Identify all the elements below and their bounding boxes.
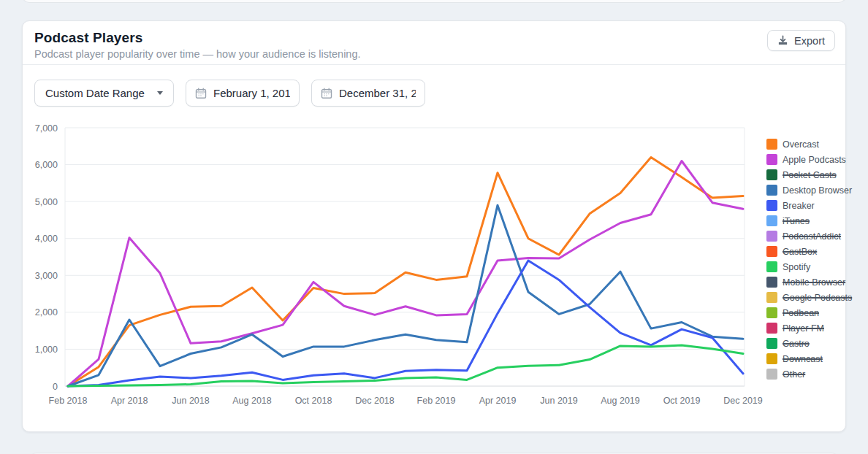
legend-label: Breaker: [783, 201, 815, 211]
export-button[interactable]: Export: [767, 30, 835, 51]
legend-label: Player FM: [783, 323, 824, 334]
y-tick-label: 6,000: [35, 160, 58, 170]
legend-label: Downcast: [783, 354, 823, 364]
legend-item-spotify[interactable]: Spotify: [766, 259, 842, 274]
x-tick-label: Dec 2019: [723, 396, 763, 406]
legend-item-overcast[interactable]: Overcast: [766, 136, 842, 152]
legend-label: Apple Podcasts: [783, 155, 846, 165]
x-tick-label: Feb 2019: [417, 396, 456, 406]
x-tick-label: Apr 2019: [479, 396, 517, 406]
series-line-spotify: [68, 345, 743, 386]
page-subtitle: Podcast player popularity over time — ho…: [34, 48, 361, 60]
x-tick-label: Apr 2018: [111, 396, 148, 406]
legend-swatch: [766, 169, 777, 180]
x-tick-label: Aug 2018: [232, 396, 272, 406]
date-range-select-value: Custom Date Range: [45, 87, 145, 99]
legend-label: Pocket Casts: [783, 170, 837, 180]
legend-label: Google Podcasts: [783, 293, 852, 303]
legend-label: iTunes: [783, 216, 810, 226]
legend-swatch: [766, 338, 777, 349]
legend-swatch: [766, 231, 777, 242]
legend-label: Podbean: [783, 308, 819, 318]
end-date-input[interactable]: December 31, 2: [311, 80, 425, 107]
legend-swatch: [766, 215, 777, 226]
y-tick-label: 2,000: [35, 307, 58, 318]
legend-swatch: [766, 307, 777, 318]
x-tick-label: Jun 2019: [540, 396, 577, 406]
x-tick-label: Jun 2018: [172, 396, 209, 406]
legend-item-apple-podcasts[interactable]: Apple Podcasts: [766, 152, 842, 167]
x-tick-label: Oct 2018: [295, 396, 332, 406]
legend-item-castbox[interactable]: CastBox: [766, 244, 842, 259]
legend-label: Castro: [783, 339, 810, 349]
previous-card-edge: [22, 0, 846, 3]
legend-item-podcastaddict[interactable]: PodcastAddict: [766, 228, 842, 244]
filter-controls: Custom Date Range February 1, 2018 Decem…: [34, 80, 425, 107]
legend-label: Mobile Browser: [783, 277, 845, 288]
chevron-down-icon: [157, 91, 163, 95]
start-date-input[interactable]: February 1, 2018: [186, 80, 300, 107]
legend-swatch: [766, 353, 777, 364]
chart-legend: OvercastApple PodcastsPocket CastsDeskto…: [766, 136, 842, 382]
legend-swatch: [766, 292, 777, 303]
y-tick-label: 5,000: [35, 197, 58, 207]
date-range-select[interactable]: Custom Date Range: [34, 80, 174, 107]
legend-item-mobile-browser[interactable]: Mobile Browser: [766, 274, 842, 290]
legend-swatch: [766, 154, 777, 165]
legend-swatch: [766, 369, 777, 380]
legend-item-castro[interactable]: Castro: [766, 336, 842, 351]
y-tick-label: 0: [53, 382, 58, 392]
legend-item-podbean[interactable]: Podbean: [766, 305, 842, 320]
podcast-players-card: Podcast Players Podcast player popularit…: [22, 20, 846, 432]
legend-label: Overcast: [783, 139, 819, 150]
y-tick-label: 3,000: [35, 271, 58, 281]
calendar-icon: [195, 88, 207, 99]
legend-item-other[interactable]: Other: [766, 366, 842, 382]
series-line-breaker: [68, 261, 743, 386]
legend-item-downcast[interactable]: Downcast: [766, 351, 842, 366]
legend-swatch: [766, 139, 777, 150]
x-tick-label: Oct 2019: [663, 396, 701, 406]
legend-swatch: [766, 323, 777, 334]
x-tick-label: Dec 2018: [355, 396, 395, 406]
legend-item-player-fm[interactable]: Player FM: [766, 320, 842, 336]
page-title: Podcast Players: [34, 30, 142, 46]
download-icon: [777, 35, 788, 46]
legend-item-google-podcasts[interactable]: Google Podcasts: [766, 290, 842, 305]
series-line-overcast: [68, 158, 743, 387]
end-date-value: December 31, 2: [339, 87, 416, 99]
legend-item-pocket-casts[interactable]: Pocket Casts: [766, 167, 842, 182]
y-tick-label: 1,000: [35, 345, 58, 355]
legend-swatch: [766, 246, 777, 257]
legend-item-itunes[interactable]: iTunes: [766, 213, 842, 228]
legend-swatch: [766, 200, 777, 211]
y-tick-label: 4,000: [35, 234, 58, 244]
legend-swatch: [766, 185, 777, 196]
card-header: Podcast Players Podcast player popularit…: [23, 21, 845, 65]
x-tick-label: Feb 2018: [49, 396, 88, 406]
chart-plot-area[interactable]: 01,0002,0003,0004,0005,0006,0007,000Feb …: [23, 118, 847, 417]
legend-swatch: [766, 277, 777, 288]
legend-label: Other: [783, 369, 805, 380]
legend-label: Desktop Browser: [783, 185, 852, 196]
legend-label: CastBox: [783, 247, 817, 257]
legend-item-breaker[interactable]: Breaker: [766, 198, 842, 213]
x-tick-label: Aug 2019: [601, 396, 640, 406]
export-button-label: Export: [794, 35, 825, 47]
y-tick-label: 7,000: [35, 123, 58, 134]
legend-swatch: [766, 261, 777, 272]
start-date-value: February 1, 2018: [213, 87, 290, 99]
calendar-icon: [321, 88, 332, 99]
legend-item-desktop-browser[interactable]: Desktop Browser: [766, 182, 842, 198]
legend-label: PodcastAddict: [783, 231, 841, 242]
legend-label: Spotify: [783, 262, 810, 272]
